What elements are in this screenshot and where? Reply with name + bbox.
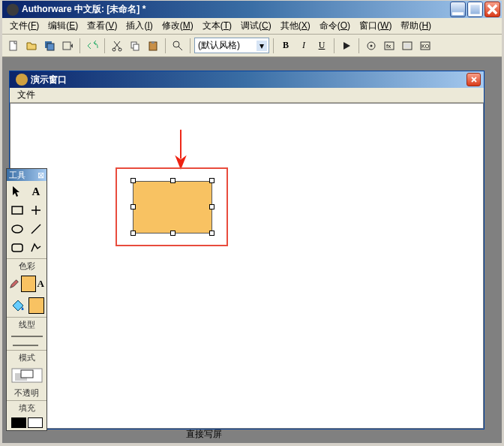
svg-rect-11 xyxy=(152,41,154,44)
knowledge-button[interactable]: KO xyxy=(417,38,434,54)
svg-rect-18 xyxy=(404,44,410,48)
new-button[interactable] xyxy=(5,38,22,54)
toolbar-separator xyxy=(190,38,190,53)
menu-insert[interactable]: 插入(I) xyxy=(122,18,157,34)
toolbox-section-mode: 模式 xyxy=(7,350,46,365)
selection-handle-se[interactable] xyxy=(209,231,214,236)
toolbox-title-text: 工具 xyxy=(9,170,26,181)
bold-button[interactable]: B xyxy=(278,38,294,54)
style-dropdown[interactable]: (默认风格) xyxy=(194,38,269,53)
svg-text:KO: KO xyxy=(422,44,430,49)
presentation-titlebar[interactable]: 演示窗口 xyxy=(10,71,484,88)
undo-button[interactable] xyxy=(84,38,100,54)
mode-opaque-label: 不透明 xyxy=(7,386,46,400)
tool-rounded-rect[interactable] xyxy=(8,239,26,257)
cut-button[interactable] xyxy=(109,38,125,54)
presentation-window: 演示窗口 文件 xyxy=(9,71,484,429)
svg-rect-0 xyxy=(452,12,464,15)
fill-preview[interactable] xyxy=(7,415,46,430)
selection-highlight xyxy=(116,167,228,246)
menu-help[interactable]: 帮助(H) xyxy=(396,18,436,34)
menu-edit[interactable]: 编辑(E) xyxy=(44,18,82,34)
toolbox-titlebar[interactable]: 工具 ⊠ xyxy=(7,169,46,181)
control-panel-button[interactable] xyxy=(363,38,380,54)
app-icon xyxy=(7,4,19,16)
selection-handle-e[interactable] xyxy=(209,204,214,209)
color-row-stroke: A xyxy=(7,273,46,294)
tool-line[interactable] xyxy=(27,201,45,219)
bottom-label: 直接写屏 xyxy=(186,428,222,441)
presentation-canvas[interactable] xyxy=(10,103,484,429)
style-dropdown-text: (默认风格) xyxy=(198,39,240,52)
text-color-icon[interactable]: A xyxy=(38,278,44,290)
menu-text[interactable]: 文本(T) xyxy=(198,18,236,34)
svg-point-14 xyxy=(370,44,373,47)
selection-handle-s[interactable] xyxy=(170,231,176,236)
toolbox-close-button[interactable]: ⊠ xyxy=(38,170,44,180)
open-button[interactable] xyxy=(23,38,40,54)
toolbox-section-color: 色彩 xyxy=(7,258,46,273)
line-style-thin[interactable] xyxy=(7,332,46,341)
presentation-menu-file[interactable]: 文件 xyxy=(13,87,40,103)
import-button[interactable] xyxy=(59,38,76,54)
tool-ellipse[interactable] xyxy=(8,220,26,238)
tool-polygon[interactable] xyxy=(27,239,45,257)
menu-file[interactable]: 文件(F) xyxy=(5,18,44,34)
svg-rect-23 xyxy=(12,244,22,252)
selection-handle-nw[interactable] xyxy=(130,178,136,183)
selection-handle-sw[interactable] xyxy=(130,231,136,236)
toolbox-panel[interactable]: 工具 ⊠ A 色彩 A 线型 模式 不透明 填充 xyxy=(6,168,47,431)
toolbar-separator xyxy=(273,38,274,53)
italic-button[interactable]: I xyxy=(296,38,312,54)
window-controls xyxy=(450,2,500,17)
menu-debug[interactable]: 调试(C) xyxy=(236,18,276,34)
window-title: Authorware 中文版: [未命名] * xyxy=(22,3,450,16)
toolbox-section-line: 线型 xyxy=(7,317,46,332)
menu-other[interactable]: 其他(X) xyxy=(276,18,315,34)
color-row-fill xyxy=(7,294,46,317)
svg-rect-28 xyxy=(21,370,33,378)
paste-button[interactable] xyxy=(145,38,161,54)
svg-rect-2 xyxy=(10,41,16,50)
tool-text[interactable]: A xyxy=(27,182,45,200)
presentation-close-button[interactable] xyxy=(466,73,481,86)
svg-rect-4 xyxy=(47,44,54,50)
toolbox-tools: A xyxy=(7,181,46,258)
presentation-icon xyxy=(16,74,28,86)
find-button[interactable] xyxy=(170,38,186,54)
toolbar-separator xyxy=(165,38,166,53)
swatch-fill-color[interactable] xyxy=(28,297,44,314)
menu-view[interactable]: 查看(V) xyxy=(82,18,122,34)
selection-handle-w[interactable] xyxy=(130,204,136,209)
menu-command[interactable]: 命令(O) xyxy=(315,18,355,34)
tool-pointer[interactable] xyxy=(8,182,26,200)
functions-button[interactable]: fx xyxy=(381,38,398,54)
drawn-rectangle[interactable] xyxy=(133,181,212,234)
selection-handle-ne[interactable] xyxy=(209,178,214,183)
tool-rectangle[interactable] xyxy=(8,201,26,219)
close-button[interactable] xyxy=(484,2,500,17)
pencil-icon[interactable] xyxy=(9,278,20,290)
menu-window[interactable]: 窗口(W) xyxy=(355,18,396,34)
minimize-button[interactable] xyxy=(450,2,466,17)
line-style-arrow[interactable] xyxy=(7,341,46,350)
toolbar-separator xyxy=(358,38,359,53)
tool-diagonal-line[interactable] xyxy=(27,220,45,238)
svg-text:fx: fx xyxy=(386,43,391,50)
bucket-icon[interactable] xyxy=(9,297,27,315)
main-titlebar: Authorware 中文版: [未命名] * xyxy=(2,1,502,18)
toolbar-separator xyxy=(334,38,334,53)
variables-button[interactable] xyxy=(399,38,416,54)
maximize-button[interactable] xyxy=(467,2,483,17)
mode-preview[interactable] xyxy=(7,365,46,386)
swatch-fill-black[interactable] xyxy=(11,417,26,428)
swatch-stroke-color[interactable] xyxy=(21,276,36,292)
save-all-button[interactable] xyxy=(41,38,58,54)
selection-handle-n[interactable] xyxy=(170,178,176,183)
swatch-fill-white[interactable] xyxy=(28,417,43,428)
menu-modify[interactable]: 修改(M) xyxy=(158,18,198,34)
copy-button[interactable] xyxy=(127,38,143,54)
underline-button[interactable]: U xyxy=(314,38,330,54)
run-button[interactable] xyxy=(338,38,355,54)
svg-rect-9 xyxy=(134,44,139,50)
